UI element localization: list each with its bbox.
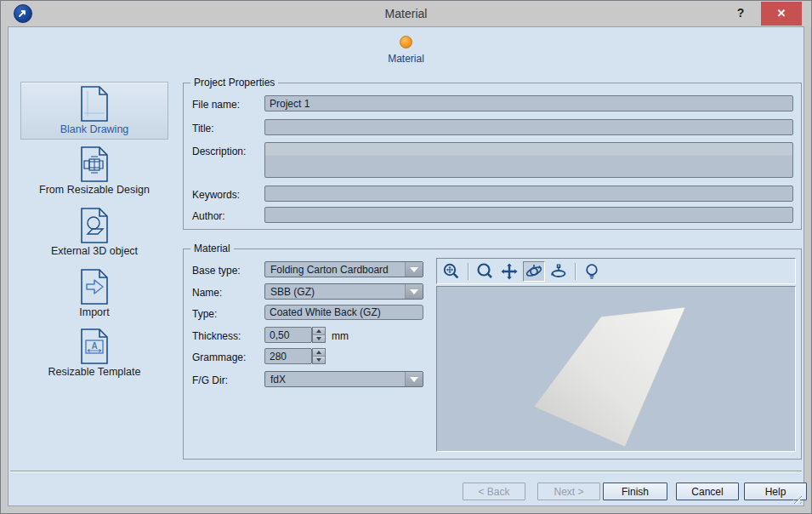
thickness-stepper[interactable] (312, 327, 326, 343)
sidebar-item-from-resizable-design[interactable]: From Resizable Design (20, 143, 168, 199)
material-3d-preview[interactable] (436, 286, 796, 452)
author-label: Author: (192, 210, 225, 222)
zoom-window-icon[interactable] (440, 261, 463, 282)
zoom-icon[interactable] (474, 261, 496, 282)
author-input[interactable] (264, 207, 793, 223)
stepper-down-icon[interactable] (313, 357, 325, 363)
title-bar: Material ? ✕ (1, 1, 811, 26)
material-name-label: Name: (192, 287, 222, 299)
sidebar-item-import[interactable]: Import (20, 266, 168, 322)
stepper-up-icon[interactable] (313, 349, 325, 357)
rotate-free-icon[interactable] (523, 261, 545, 282)
toolbar-separator (575, 263, 576, 280)
base-type-label: Base type: (192, 265, 241, 277)
sidebar-item-blank-drawing[interactable]: Blank Drawing (20, 82, 168, 140)
material-name-dropdown[interactable]: SBB (GZ) (264, 283, 423, 300)
project-properties-group: Project Properties File name: Title: Des… (183, 83, 802, 230)
fg-dir-dropdown[interactable]: fdX (264, 371, 423, 387)
external-3d-object-icon (80, 208, 109, 243)
grammage-stepper[interactable] (312, 348, 326, 364)
file-name-label: File name: (192, 99, 240, 111)
blank-drawing-icon (80, 86, 109, 122)
resizable-template-icon: A (80, 328, 109, 364)
sidebar-item-external-3d-object[interactable]: External 3D object (20, 204, 168, 260)
file-name-input[interactable] (264, 95, 793, 111)
wizard-steps: Material (9, 36, 803, 65)
thickness-unit-label: mm (332, 330, 349, 342)
wizard-step-dot-icon[interactable] (400, 36, 412, 49)
description-label: Description: (192, 146, 246, 157)
back-button[interactable]: < Back (463, 483, 525, 500)
import-icon (80, 269, 109, 305)
cancel-button[interactable]: Cancel (676, 483, 739, 500)
material-name-value: SBB (GZ) (265, 286, 405, 298)
keywords-label: Keywords: (192, 189, 240, 201)
sidebar-item-resizable-template[interactable]: A Resizable Template (20, 325, 168, 381)
from-resizable-design-icon (80, 146, 109, 182)
keywords-input[interactable] (264, 186, 793, 202)
window-title: Material (1, 1, 811, 26)
chevron-down-icon[interactable] (405, 284, 423, 299)
project-properties-group-title: Project Properties (190, 77, 278, 89)
material-group: Material Base type: Folding Carton Cardb… (183, 248, 802, 460)
dialog-content: Material Blank Drawing From Resizable De… (8, 26, 804, 506)
toolbar-separator (468, 263, 468, 280)
title-input[interactable] (264, 119, 793, 135)
material-group-title: Material (190, 243, 234, 254)
title-label: Title: (192, 123, 214, 134)
chevron-down-icon[interactable] (405, 372, 423, 386)
description-input[interactable] (264, 142, 793, 178)
finish-button[interactable]: Finish (603, 483, 667, 500)
sidebar-item-label: External 3D object (20, 245, 168, 260)
cardboard-sheet-3d (437, 287, 795, 451)
stepper-down-icon[interactable] (313, 335, 325, 342)
sidebar-item-label: Blank Drawing (21, 123, 168, 139)
chevron-down-icon[interactable] (405, 262, 423, 277)
pan-icon[interactable] (498, 261, 520, 282)
preview-toolbar (436, 258, 796, 284)
help-titlebar-button[interactable]: ? (730, 1, 752, 26)
material-type-label: Type: (192, 308, 217, 320)
base-type-value: Folding Carton Cardboard (265, 264, 405, 276)
grammage-input[interactable] (264, 348, 312, 364)
wizard-step-label: Material (9, 53, 803, 65)
close-button[interactable]: ✕ (761, 2, 802, 26)
fg-dir-value: fdX (265, 374, 405, 386)
footer-separator (10, 471, 802, 472)
sidebar-item-label: Resizable Template (20, 366, 168, 381)
stepper-up-icon[interactable] (313, 328, 325, 335)
grammage-label: Grammage: (192, 351, 246, 363)
base-type-dropdown[interactable]: Folding Carton Cardboard (264, 261, 423, 277)
thickness-label: Thickness: (192, 330, 241, 342)
fg-dir-label: F/G Dir: (192, 374, 228, 386)
sidebar-item-label: From Resizable Design (20, 184, 168, 199)
light-bulb-icon[interactable] (581, 261, 603, 282)
thickness-input[interactable] (264, 327, 312, 343)
rotate-turntable-icon[interactable] (548, 261, 570, 282)
material-dialog-window: Material ? ✕ Material Blank Drawing (0, 0, 812, 514)
next-button[interactable]: Next > (537, 483, 600, 500)
material-type-field[interactable] (264, 305, 423, 320)
svg-text:A: A (91, 341, 97, 351)
sidebar-item-label: Import (20, 306, 168, 322)
